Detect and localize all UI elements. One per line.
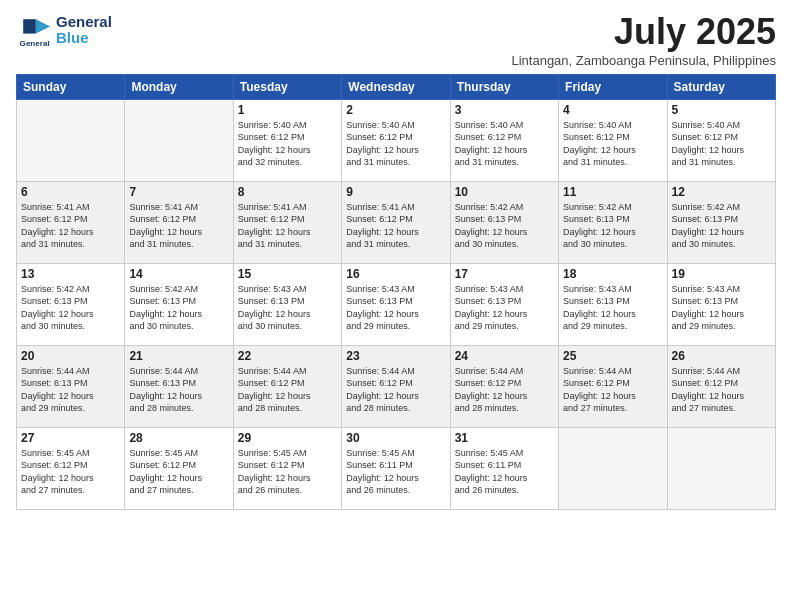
day-cell: 9Sunrise: 5:41 AM Sunset: 6:12 PM Daylig… [342, 181, 450, 263]
day-cell: 26Sunrise: 5:44 AM Sunset: 6:12 PM Dayli… [667, 345, 775, 427]
day-cell: 27Sunrise: 5:45 AM Sunset: 6:12 PM Dayli… [17, 427, 125, 509]
day-info: Sunrise: 5:43 AM Sunset: 6:13 PM Dayligh… [563, 283, 662, 333]
day-info: Sunrise: 5:44 AM Sunset: 6:12 PM Dayligh… [238, 365, 337, 415]
day-cell: 6Sunrise: 5:41 AM Sunset: 6:12 PM Daylig… [17, 181, 125, 263]
day-info: Sunrise: 5:43 AM Sunset: 6:13 PM Dayligh… [455, 283, 554, 333]
day-number: 20 [21, 349, 120, 363]
day-number: 17 [455, 267, 554, 281]
day-cell: 8Sunrise: 5:41 AM Sunset: 6:12 PM Daylig… [233, 181, 341, 263]
day-cell: 7Sunrise: 5:41 AM Sunset: 6:12 PM Daylig… [125, 181, 233, 263]
day-cell: 30Sunrise: 5:45 AM Sunset: 6:11 PM Dayli… [342, 427, 450, 509]
day-number: 1 [238, 103, 337, 117]
day-info: Sunrise: 5:45 AM Sunset: 6:12 PM Dayligh… [238, 447, 337, 497]
week-row-3: 13Sunrise: 5:42 AM Sunset: 6:13 PM Dayli… [17, 263, 776, 345]
day-cell: 16Sunrise: 5:43 AM Sunset: 6:13 PM Dayli… [342, 263, 450, 345]
day-info: Sunrise: 5:44 AM Sunset: 6:12 PM Dayligh… [672, 365, 771, 415]
day-cell: 19Sunrise: 5:43 AM Sunset: 6:13 PM Dayli… [667, 263, 775, 345]
day-cell: 1Sunrise: 5:40 AM Sunset: 6:12 PM Daylig… [233, 99, 341, 181]
day-number: 18 [563, 267, 662, 281]
day-number: 8 [238, 185, 337, 199]
day-cell: 13Sunrise: 5:42 AM Sunset: 6:13 PM Dayli… [17, 263, 125, 345]
day-cell: 28Sunrise: 5:45 AM Sunset: 6:12 PM Dayli… [125, 427, 233, 509]
day-info: Sunrise: 5:43 AM Sunset: 6:13 PM Dayligh… [672, 283, 771, 333]
logo-icon: General [16, 12, 52, 48]
day-header-tuesday: Tuesday [233, 74, 341, 99]
day-number: 11 [563, 185, 662, 199]
day-info: Sunrise: 5:44 AM Sunset: 6:12 PM Dayligh… [346, 365, 445, 415]
header: General General Blue July 2025 Lintangan… [16, 12, 776, 68]
day-info: Sunrise: 5:45 AM Sunset: 6:12 PM Dayligh… [21, 447, 120, 497]
page: General General Blue July 2025 Lintangan… [0, 0, 792, 612]
day-number: 26 [672, 349, 771, 363]
day-cell: 17Sunrise: 5:43 AM Sunset: 6:13 PM Dayli… [450, 263, 558, 345]
day-info: Sunrise: 5:45 AM Sunset: 6:12 PM Dayligh… [129, 447, 228, 497]
day-info: Sunrise: 5:42 AM Sunset: 6:13 PM Dayligh… [563, 201, 662, 251]
day-number: 29 [238, 431, 337, 445]
day-info: Sunrise: 5:41 AM Sunset: 6:12 PM Dayligh… [21, 201, 120, 251]
day-number: 27 [21, 431, 120, 445]
day-cell: 4Sunrise: 5:40 AM Sunset: 6:12 PM Daylig… [559, 99, 667, 181]
day-info: Sunrise: 5:44 AM Sunset: 6:12 PM Dayligh… [563, 365, 662, 415]
day-header-sunday: Sunday [17, 74, 125, 99]
week-row-1: 1Sunrise: 5:40 AM Sunset: 6:12 PM Daylig… [17, 99, 776, 181]
day-cell [559, 427, 667, 509]
day-cell [17, 99, 125, 181]
day-header-saturday: Saturday [667, 74, 775, 99]
title-block: July 2025 Lintangan, Zamboanga Peninsula… [511, 12, 776, 68]
day-number: 31 [455, 431, 554, 445]
day-number: 9 [346, 185, 445, 199]
day-number: 25 [563, 349, 662, 363]
day-number: 2 [346, 103, 445, 117]
day-cell: 15Sunrise: 5:43 AM Sunset: 6:13 PM Dayli… [233, 263, 341, 345]
day-info: Sunrise: 5:44 AM Sunset: 6:13 PM Dayligh… [21, 365, 120, 415]
day-header-friday: Friday [559, 74, 667, 99]
day-info: Sunrise: 5:43 AM Sunset: 6:13 PM Dayligh… [346, 283, 445, 333]
calendar: SundayMondayTuesdayWednesdayThursdayFrid… [16, 74, 776, 510]
day-cell: 12Sunrise: 5:42 AM Sunset: 6:13 PM Dayli… [667, 181, 775, 263]
day-cell [667, 427, 775, 509]
week-row-4: 20Sunrise: 5:44 AM Sunset: 6:13 PM Dayli… [17, 345, 776, 427]
day-number: 12 [672, 185, 771, 199]
day-info: Sunrise: 5:42 AM Sunset: 6:13 PM Dayligh… [129, 283, 228, 333]
day-info: Sunrise: 5:40 AM Sunset: 6:12 PM Dayligh… [563, 119, 662, 169]
day-info: Sunrise: 5:42 AM Sunset: 6:13 PM Dayligh… [21, 283, 120, 333]
logo-text: General Blue [56, 14, 112, 47]
day-cell: 21Sunrise: 5:44 AM Sunset: 6:13 PM Dayli… [125, 345, 233, 427]
day-info: Sunrise: 5:41 AM Sunset: 6:12 PM Dayligh… [129, 201, 228, 251]
day-cell [125, 99, 233, 181]
day-header-wednesday: Wednesday [342, 74, 450, 99]
day-number: 24 [455, 349, 554, 363]
day-cell: 29Sunrise: 5:45 AM Sunset: 6:12 PM Dayli… [233, 427, 341, 509]
day-cell: 25Sunrise: 5:44 AM Sunset: 6:12 PM Dayli… [559, 345, 667, 427]
day-cell: 10Sunrise: 5:42 AM Sunset: 6:13 PM Dayli… [450, 181, 558, 263]
day-cell: 18Sunrise: 5:43 AM Sunset: 6:13 PM Dayli… [559, 263, 667, 345]
day-cell: 22Sunrise: 5:44 AM Sunset: 6:12 PM Dayli… [233, 345, 341, 427]
day-info: Sunrise: 5:41 AM Sunset: 6:12 PM Dayligh… [238, 201, 337, 251]
day-info: Sunrise: 5:44 AM Sunset: 6:13 PM Dayligh… [129, 365, 228, 415]
day-cell: 23Sunrise: 5:44 AM Sunset: 6:12 PM Dayli… [342, 345, 450, 427]
day-header-thursday: Thursday [450, 74, 558, 99]
day-number: 10 [455, 185, 554, 199]
day-cell: 11Sunrise: 5:42 AM Sunset: 6:13 PM Dayli… [559, 181, 667, 263]
day-info: Sunrise: 5:45 AM Sunset: 6:11 PM Dayligh… [346, 447, 445, 497]
day-info: Sunrise: 5:42 AM Sunset: 6:13 PM Dayligh… [455, 201, 554, 251]
day-info: Sunrise: 5:45 AM Sunset: 6:11 PM Dayligh… [455, 447, 554, 497]
day-info: Sunrise: 5:42 AM Sunset: 6:13 PM Dayligh… [672, 201, 771, 251]
day-cell: 2Sunrise: 5:40 AM Sunset: 6:12 PM Daylig… [342, 99, 450, 181]
day-number: 13 [21, 267, 120, 281]
day-number: 16 [346, 267, 445, 281]
week-row-2: 6Sunrise: 5:41 AM Sunset: 6:12 PM Daylig… [17, 181, 776, 263]
day-cell: 5Sunrise: 5:40 AM Sunset: 6:12 PM Daylig… [667, 99, 775, 181]
days-header-row: SundayMondayTuesdayWednesdayThursdayFrid… [17, 74, 776, 99]
month-title: July 2025 [511, 12, 776, 52]
day-number: 22 [238, 349, 337, 363]
day-header-monday: Monday [125, 74, 233, 99]
day-number: 28 [129, 431, 228, 445]
day-info: Sunrise: 5:40 AM Sunset: 6:12 PM Dayligh… [672, 119, 771, 169]
day-info: Sunrise: 5:40 AM Sunset: 6:12 PM Dayligh… [455, 119, 554, 169]
day-cell: 20Sunrise: 5:44 AM Sunset: 6:13 PM Dayli… [17, 345, 125, 427]
day-number: 15 [238, 267, 337, 281]
day-number: 5 [672, 103, 771, 117]
day-number: 21 [129, 349, 228, 363]
day-number: 4 [563, 103, 662, 117]
